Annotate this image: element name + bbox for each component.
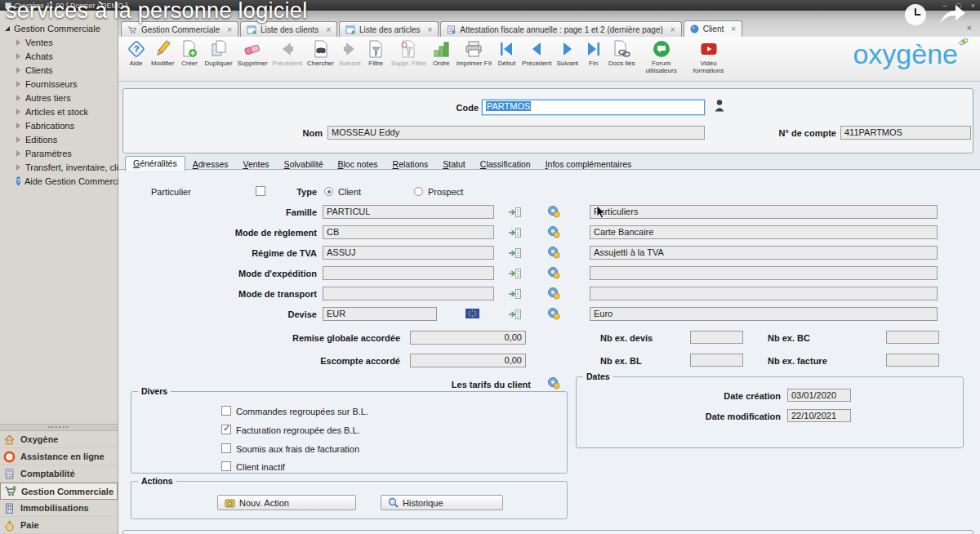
lookup-gear-icon[interactable] bbox=[547, 225, 560, 238]
toolbar-chercher-button[interactable]: Chercher bbox=[305, 39, 336, 81]
tree-item-clients[interactable]: Clients bbox=[0, 63, 118, 77]
sort-bars-icon bbox=[431, 39, 451, 59]
remise-input[interactable]: 0,00 bbox=[410, 331, 526, 345]
toolbar-supprimer-button[interactable]: Supprimer bbox=[235, 39, 270, 81]
form-tab-generalites[interactable]: Généralités bbox=[125, 156, 185, 171]
toolbar-modifier-button[interactable]: Modifier bbox=[149, 39, 176, 81]
toolbar-docs-lies-button[interactable]: Docs liés bbox=[606, 39, 637, 81]
module-oxygene[interactable]: Oxygène bbox=[0, 431, 118, 448]
type-client-radio[interactable] bbox=[324, 187, 333, 196]
toolbar-aide-button[interactable]: ? Aide bbox=[123, 39, 149, 81]
facturation-regroupee-checkbox[interactable] bbox=[221, 425, 231, 434]
transport-desc-field[interactable] bbox=[590, 287, 938, 300]
nouv-action-button[interactable]: Nouv. Action bbox=[217, 495, 356, 510]
escompte-input[interactable]: 0,00 bbox=[410, 354, 526, 367]
tva-code-input[interactable]: ASSUJ bbox=[323, 246, 494, 260]
tab-liste-des-articles[interactable]: Liste des articles × bbox=[339, 21, 439, 37]
module-paie[interactable]: Paie bbox=[0, 517, 118, 534]
toolbar-filtre-button[interactable]: Filtre bbox=[363, 39, 389, 81]
tree-root-gestion-commerciale[interactable]: Gestion Commerciale bbox=[0, 21, 118, 35]
binoculars-page-icon bbox=[311, 39, 331, 59]
tab-gestion-commerciale[interactable]: Gestion Commerciale × bbox=[121, 21, 238, 37]
devise-code-input[interactable]: EUR bbox=[323, 307, 437, 321]
module-comptabilite[interactable]: Comptabilité bbox=[0, 465, 118, 483]
expedition-code-input[interactable] bbox=[323, 266, 494, 280]
nb-devis-input[interactable] bbox=[690, 331, 743, 344]
compte-input[interactable]: 411PARTMOS bbox=[840, 126, 971, 140]
nb-bc-input[interactable] bbox=[886, 331, 939, 344]
escompte-label: Escompte accordé bbox=[237, 356, 400, 366]
nb-facture-input[interactable] bbox=[886, 354, 939, 367]
tree-item-parametres[interactable]: Paramètres bbox=[0, 146, 118, 160]
tree-item-achats[interactable]: Achats bbox=[0, 49, 118, 63]
tab-attestation-fiscale[interactable]: Attestation fiscale annuelle : page 1 et… bbox=[440, 21, 681, 37]
reglement-code-input[interactable]: CB bbox=[323, 225, 494, 239]
watch-later-icon[interactable] bbox=[903, 2, 928, 29]
tree-item-editions[interactable]: Editions bbox=[0, 132, 118, 146]
goto-list-icon[interactable] bbox=[508, 247, 521, 259]
close-button[interactable]: × bbox=[971, 2, 975, 10]
tab-close-icon[interactable]: × bbox=[227, 25, 232, 34]
transport-code-input[interactable] bbox=[323, 287, 494, 300]
toolbar-ordre-button[interactable]: Ordre bbox=[429, 39, 454, 81]
tab-close-icon[interactable]: × bbox=[670, 25, 675, 34]
toolbar-precedent-record-button[interactable]: Précédent bbox=[519, 39, 554, 81]
tab-close-icon[interactable]: × bbox=[427, 25, 432, 34]
tree-item-fournisseurs[interactable]: Fournisseurs bbox=[0, 77, 118, 91]
devise-desc-field[interactable]: Euro bbox=[590, 307, 938, 321]
tab-close-icon[interactable]: × bbox=[326, 25, 331, 34]
type-prospect-radio[interactable] bbox=[414, 187, 423, 196]
lookup-gear-icon[interactable] bbox=[547, 307, 560, 320]
share-arrow-icon[interactable] bbox=[938, 3, 968, 27]
tree-collapsed-icon bbox=[16, 136, 20, 143]
client-inactif-checkbox[interactable] bbox=[221, 461, 231, 471]
particulier-checkbox[interactable] bbox=[256, 186, 265, 196]
tarifs-gear-icon[interactable] bbox=[547, 376, 560, 389]
nom-input[interactable]: MOSSEAU Eddy bbox=[327, 126, 705, 140]
toolbar-video-button[interactable]: Vidéo formations bbox=[685, 39, 733, 81]
goto-list-icon[interactable] bbox=[508, 288, 521, 300]
module-immobilisations[interactable]: Immobilisations bbox=[0, 500, 118, 517]
date-creation-field[interactable]: 03/01/2020 bbox=[787, 389, 851, 402]
goto-list-icon[interactable] bbox=[508, 309, 521, 320]
famille-desc-field[interactable]: Particuliers bbox=[590, 205, 938, 219]
lookup-gear-icon[interactable] bbox=[547, 205, 560, 218]
lookup-gear-icon[interactable] bbox=[547, 246, 560, 259]
tab-close-icon[interactable]: × bbox=[731, 24, 736, 33]
toolbar-imprimer-button[interactable]: Imprimer F9 bbox=[454, 39, 494, 81]
tree-item-articles-et-stock[interactable]: Articles et stock bbox=[0, 105, 118, 118]
splitter-handle[interactable]: •••••• bbox=[0, 424, 118, 431]
tree-item-transfert[interactable]: Transfert, inventaire, clôture, ... bbox=[0, 160, 118, 174]
commandes-regroupees-checkbox[interactable] bbox=[221, 406, 231, 416]
client-form-content: Code PARTMOS Nom MOSSEAU Eddy N° de comp… bbox=[118, 82, 980, 534]
historique-button[interactable]: Historique bbox=[381, 495, 503, 510]
toolbar-dupliquer-button[interactable]: Dupliquer bbox=[202, 39, 234, 81]
tva-desc-field[interactable]: Assujetti à la TVA bbox=[590, 246, 938, 260]
toolbar-debut-button[interactable]: Début bbox=[494, 39, 519, 81]
module-gestion-commerciale[interactable]: Gestion Commerciale bbox=[0, 483, 118, 500]
lookup-gear-icon[interactable] bbox=[547, 266, 560, 279]
goto-list-icon[interactable] bbox=[508, 227, 521, 238]
tree-item-autres-tiers[interactable]: Autres tiers bbox=[0, 91, 118, 105]
toolbar-suivant-record-button[interactable]: Suivant bbox=[554, 39, 581, 81]
goto-list-icon[interactable] bbox=[508, 268, 521, 279]
tree-item-fabrications[interactable]: Fabrications bbox=[0, 118, 118, 132]
toolbar-fin-button[interactable]: Fin bbox=[581, 39, 606, 81]
toolbar-suppr-filtre-button: Suppr. Filtre bbox=[389, 39, 429, 81]
lookup-gear-icon[interactable] bbox=[547, 287, 560, 300]
tab-client[interactable]: Client × bbox=[684, 20, 742, 37]
nb-bl-input[interactable] bbox=[690, 354, 743, 367]
tab-liste-des-clients[interactable]: Liste des clients × bbox=[240, 21, 337, 37]
expedition-desc-field[interactable] bbox=[590, 266, 938, 280]
frais-facturation-checkbox[interactable] bbox=[221, 443, 231, 453]
tree-item-aide[interactable]: ?Aide Gestion Commerciale bbox=[0, 174, 118, 188]
toolbar-forum-button[interactable]: Forum utilisateurs bbox=[638, 39, 685, 81]
date-modification-field[interactable]: 22/10/2021 bbox=[787, 409, 851, 422]
module-assistance[interactable]: Assistance en ligne bbox=[0, 448, 118, 465]
goto-list-icon[interactable] bbox=[508, 207, 521, 218]
tree-item-ventes[interactable]: Ventes bbox=[0, 35, 118, 49]
reglement-desc-field[interactable]: Carte Bancaire bbox=[590, 225, 938, 239]
toolbar-creer-button[interactable]: Créer bbox=[176, 39, 202, 81]
code-input[interactable]: PARTMOS bbox=[482, 100, 705, 115]
famille-code-input[interactable]: PARTICUL bbox=[323, 205, 494, 219]
